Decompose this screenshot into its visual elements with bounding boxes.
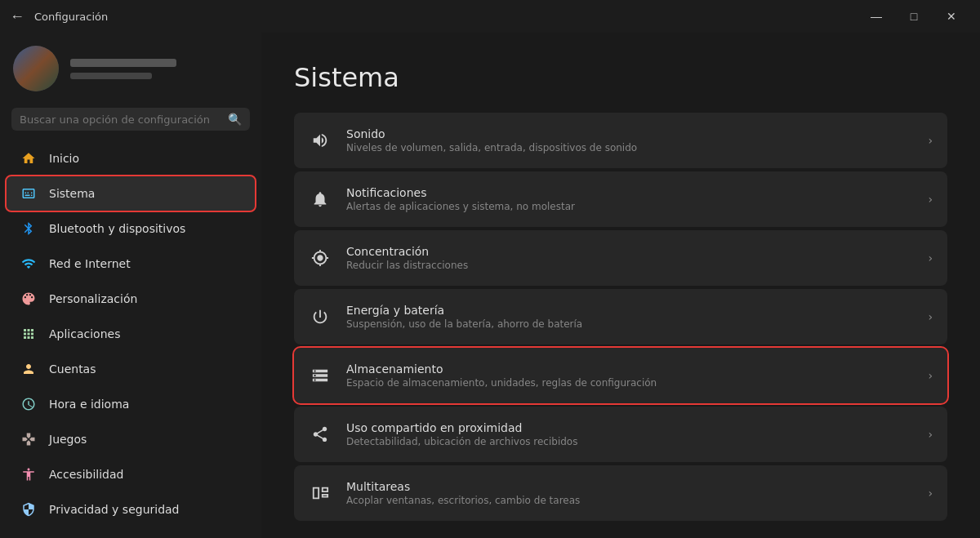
personalization-icon	[20, 290, 38, 308]
settings-desc-almacenamiento: Espacio de almacenamiento, unidades, reg…	[346, 377, 913, 389]
settings-text-sonido: Sonido Niveles de volumen, salida, entra…	[346, 127, 913, 153]
games-icon	[20, 430, 38, 448]
settings-text-notificaciones: Notificaciones Alertas de aplicaciones y…	[346, 186, 913, 212]
sidebar-item-privacidad[interactable]: Privacidad y seguridad	[7, 492, 255, 527]
settings-item-concentracion[interactable]: Concentración Reducir las distracciones …	[294, 230, 947, 286]
avatar	[13, 46, 59, 91]
uso_compartido-icon	[309, 423, 332, 446]
sidebar-item-label: Hora e idioma	[49, 398, 129, 411]
sidebar-item-label: Red e Internet	[49, 257, 131, 270]
minimize-button[interactable]: —	[858, 3, 895, 29]
energia-icon	[309, 305, 332, 328]
sidebar-item-label: Sistema	[49, 187, 95, 200]
profile-info	[70, 59, 176, 79]
close-button[interactable]: ✕	[933, 3, 970, 29]
settings-desc-notificaciones: Alertas de aplicaciones y sistema, no mo…	[346, 201, 913, 212]
settings-label-notificaciones: Notificaciones	[346, 186, 913, 199]
profile-name	[70, 59, 176, 67]
sidebar-item-label: Bluetooth y dispositivos	[49, 222, 185, 235]
settings-item-uso_compartido[interactable]: Uso compartido en proximidad Detectabili…	[294, 407, 947, 462]
sidebar-item-label: Inicio	[49, 152, 79, 165]
app-body: 🔍 Inicio Sistema Bluetooth y dispositivo…	[0, 33, 980, 538]
sonido-icon	[309, 129, 332, 152]
settings-label-sonido: Sonido	[346, 127, 913, 140]
chevron-right-icon: ›	[928, 251, 933, 265]
page-title: Sistema	[294, 62, 947, 93]
chevron-right-icon: ›	[928, 369, 933, 382]
settings-label-concentracion: Concentración	[346, 245, 913, 258]
sidebar-item-accesibilidad[interactable]: Accesibilidad	[7, 457, 255, 491]
notificaciones-icon	[309, 188, 332, 211]
chevron-right-icon: ›	[928, 193, 933, 206]
settings-label-almacenamiento: Almacenamiento	[346, 362, 913, 376]
settings-desc-concentracion: Reducir las distracciones	[346, 260, 913, 271]
sidebar-item-bluetooth[interactable]: Bluetooth y dispositivos	[7, 211, 255, 246]
settings-list: Sonido Niveles de volumen, salida, entra…	[294, 113, 947, 521]
settings-item-multitareas[interactable]: Multitareas Acoplar ventanas, escritorio…	[294, 465, 947, 521]
settings-desc-uso_compartido: Detectabilidad, ubicación de archivos re…	[346, 436, 913, 447]
chevron-right-icon: ›	[928, 428, 933, 441]
accounts-icon	[20, 360, 38, 378]
sidebar-item-hora[interactable]: Hora e idioma	[7, 387, 255, 421]
sidebar-item-sistema[interactable]: Sistema	[7, 176, 255, 211]
search-icon: 🔍	[228, 113, 242, 126]
avatar-image	[13, 46, 59, 91]
home-icon	[20, 149, 38, 167]
settings-item-energia[interactable]: Energía y batería Suspensión, uso de la …	[294, 289, 947, 345]
profile-area[interactable]	[0, 33, 261, 104]
settings-text-energia: Energía y batería Suspensión, uso de la …	[346, 304, 913, 330]
sidebar-item-cuentas[interactable]: Cuentas	[7, 352, 255, 386]
chevron-right-icon: ›	[928, 134, 933, 147]
chevron-right-icon: ›	[928, 487, 933, 500]
multitareas-icon	[309, 482, 332, 505]
settings-text-uso_compartido: Uso compartido en proximidad Detectabili…	[346, 421, 913, 447]
settings-desc-multitareas: Acoplar ventanas, escritorios, cambio de…	[346, 495, 913, 506]
sidebar: 🔍 Inicio Sistema Bluetooth y dispositivo…	[0, 33, 261, 538]
app-title: Configuración	[34, 11, 858, 23]
settings-text-multitareas: Multitareas Acoplar ventanas, escritorio…	[346, 480, 913, 506]
sidebar-item-juegos[interactable]: Juegos	[7, 422, 255, 456]
window-controls: — □ ✕	[858, 3, 970, 29]
time-icon	[20, 395, 38, 413]
settings-item-sonido[interactable]: Sonido Niveles de volumen, salida, entra…	[294, 113, 947, 168]
sidebar-item-inicio[interactable]: Inicio	[7, 141, 255, 176]
sidebar-item-red[interactable]: Red e Internet	[7, 247, 255, 281]
almacenamiento-icon	[309, 364, 332, 387]
search-input[interactable]	[20, 113, 221, 126]
settings-label-energia: Energía y batería	[346, 304, 913, 317]
sidebar-item-personalizacion[interactable]: Personalización	[7, 282, 255, 316]
accessibility-icon	[20, 465, 38, 483]
concentracion-icon	[309, 247, 332, 269]
bluetooth-icon	[20, 220, 38, 238]
sidebar-item-label: Accesibilidad	[49, 468, 123, 481]
search-box[interactable]: 🔍	[11, 108, 250, 131]
settings-item-almacenamiento[interactable]: Almacenamiento Espacio de almacenamiento…	[294, 348, 947, 403]
profile-email	[70, 73, 152, 79]
titlebar: ← Configuración — □ ✕	[0, 0, 980, 33]
settings-label-uso_compartido: Uso compartido en proximidad	[346, 421, 913, 434]
settings-desc-energia: Suspensión, uso de la batería, ahorro de…	[346, 318, 913, 330]
sidebar-item-aplicaciones[interactable]: Aplicaciones	[7, 317, 255, 351]
privacy-icon	[20, 500, 38, 518]
settings-text-concentracion: Concentración Reducir las distracciones	[346, 245, 913, 271]
settings-text-almacenamiento: Almacenamiento Espacio de almacenamiento…	[346, 362, 913, 389]
system-icon	[20, 185, 38, 202]
back-button[interactable]: ←	[10, 9, 24, 24]
main-content: Sistema Sonido Niveles de volumen, salid…	[261, 33, 980, 538]
sidebar-item-label: Juegos	[49, 433, 87, 446]
settings-item-notificaciones[interactable]: Notificaciones Alertas de aplicaciones y…	[294, 171, 947, 227]
sidebar-item-label: Personalización	[49, 292, 137, 305]
settings-desc-sonido: Niveles de volumen, salida, entrada, dis…	[346, 142, 913, 153]
sidebar-item-label: Privacidad y seguridad	[49, 503, 180, 516]
apps-icon	[20, 325, 38, 343]
nav-list: Inicio Sistema Bluetooth y dispositivos …	[0, 140, 261, 527]
maximize-button[interactable]: □	[895, 3, 933, 29]
settings-label-multitareas: Multitareas	[346, 480, 913, 493]
chevron-right-icon: ›	[928, 310, 933, 323]
sidebar-item-label: Cuentas	[49, 362, 96, 376]
network-icon	[20, 255, 38, 273]
sidebar-item-label: Aplicaciones	[49, 327, 120, 340]
